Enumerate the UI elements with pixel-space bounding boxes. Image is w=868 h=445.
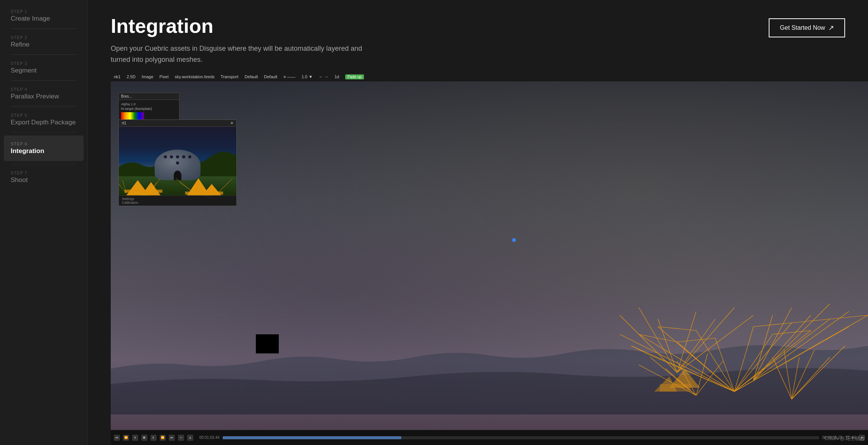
svg-line-32 <box>753 308 792 380</box>
svg-line-10 <box>734 334 773 392</box>
step2-label: STEP 2 <box>11 35 77 40</box>
mark-btn[interactable]: ▲ <box>187 435 193 441</box>
sidebar-item-segment[interactable]: STEP 3 Segment <box>0 55 87 81</box>
step2-title: Refine <box>11 41 77 48</box>
viewport-preview <box>119 127 236 195</box>
main-viewport-panel: rt1 ✕ <box>118 119 237 206</box>
svg-line-62 <box>176 178 195 193</box>
dcc-menubar: nk1 2.5D Image Pixel sky.workstation.fee… <box>111 73 868 81</box>
menu-zoom[interactable]: 1.0 ▼ <box>302 74 313 79</box>
page-description: Open your Cuebric assets in Disguise whe… <box>111 43 378 65</box>
spacer-before-active <box>0 132 87 135</box>
menu-feeds[interactable]: sky.workstation.feeds <box>175 74 214 79</box>
svg-line-20 <box>753 323 792 327</box>
content-text-block: Integration Open your Cuebric assets in … <box>111 15 753 65</box>
menu-pixel[interactable]: Pixel <box>160 74 169 79</box>
step6-label: STEP 6 <box>11 142 77 146</box>
play-end-btn[interactable]: ⏭ <box>169 435 175 441</box>
svg-line-29 <box>677 308 734 372</box>
play-back-btn[interactable]: ⏪ <box>123 435 129 441</box>
viewport-panel-title: rt1 <box>122 121 126 125</box>
play-fwd-btn[interactable]: ⏩ <box>160 435 166 441</box>
sidebar-nav: STEP 1 Create Image STEP 2 Refine STEP 3… <box>0 0 87 193</box>
svg-marker-52 <box>142 182 161 195</box>
svg-rect-50 <box>660 384 690 392</box>
timeline-scrubber[interactable] <box>223 436 819 439</box>
svg-line-22 <box>792 319 830 323</box>
viewport-footer: Settings Calibration <box>119 195 236 206</box>
target-label: ht target (Backplate) <box>121 107 177 111</box>
menu-lines[interactable]: ≡ —— <box>283 74 295 79</box>
dome-hole-5 <box>188 155 191 158</box>
step5-title: Export Depth Package <box>11 119 77 126</box>
dome-hole-1 <box>164 155 167 158</box>
sidebar-item-parallax-preview[interactable]: STEP 4 Parallax Preview <box>0 81 87 106</box>
sidebar: STEP 1 Create Image STEP 2 Refine STEP 3… <box>0 0 88 445</box>
sidebar-item-shoot[interactable]: STEP 7 Shoot <box>0 164 87 190</box>
sidebar-item-export-depth[interactable]: STEP 5 Export Depth Package <box>0 107 87 132</box>
step1-label: STEP 1 <box>11 9 77 14</box>
svg-line-26 <box>658 319 677 372</box>
svg-line-21 <box>773 331 811 334</box>
sidebar-item-create-image[interactable]: STEP 1 Create Image <box>0 3 87 29</box>
loop-btn[interactable]: ↩ <box>178 435 184 441</box>
viewport-panel-close[interactable]: ✕ <box>230 121 233 125</box>
dcc-timeline: ⏮ ⏪ ⏴ ⏹ ⏵ ⏩ ⏭ ↩ ▲ 00:01:03.44 00:09:25.2… <box>111 430 868 445</box>
menu-nav[interactable]: ← → <box>319 74 328 79</box>
viewport-cursor <box>512 238 516 242</box>
dcc-screenshot-area: nk1 2.5D Image Pixel sky.workstation.fee… <box>111 73 868 445</box>
dome-hole-6 <box>176 161 179 164</box>
alpha-label: Alpha 1.0 <box>121 102 177 106</box>
svg-line-17 <box>677 338 715 342</box>
content-header: Integration Open your Cuebric assets in … <box>88 0 868 73</box>
sidebar-item-integration[interactable]: STEP 6 Integration <box>4 135 84 161</box>
screenshot-container: nk1 2.5D Image Pixel sky.workstation.fee… <box>111 73 868 445</box>
svg-line-46 <box>792 357 830 399</box>
play-back-step[interactable]: ⏴ <box>132 435 138 441</box>
color-panel-header: Bres... <box>119 93 179 100</box>
step5-label: STEP 5 <box>11 113 77 118</box>
play-fwd-step[interactable]: ⏵ <box>150 435 157 441</box>
menu-1d[interactable]: 1d <box>335 74 339 79</box>
step4-label: STEP 4 <box>11 87 77 92</box>
viewport-panel-header: rt1 ✕ <box>119 120 236 127</box>
dome-hole-4 <box>182 155 185 158</box>
spacer-after-active <box>0 161 87 164</box>
step7-label: STEP 7 <box>11 171 77 175</box>
page-title: Integration <box>111 15 753 37</box>
menu-default2[interactable]: Default <box>264 74 277 79</box>
step3-title: Segment <box>11 67 77 74</box>
dcc-ui: nk1 2.5D Image Pixel sky.workstation.fee… <box>111 73 868 445</box>
svg-rect-0 <box>111 315 340 392</box>
svg-line-47 <box>792 346 845 399</box>
viewport-settings: Settings <box>122 197 233 201</box>
menu-nk1[interactable]: nk1 <box>114 74 121 79</box>
menu-2sd[interactable]: 2.5D <box>127 74 136 79</box>
svg-line-57 <box>119 184 126 193</box>
svg-line-30 <box>677 315 753 372</box>
construction-svg <box>119 173 236 195</box>
get-started-button[interactable]: Get Started Now ↗ <box>769 18 845 37</box>
menu-transport[interactable]: Transport <box>221 74 239 79</box>
dcc-viewport: Bres... Alpha 1.0 ht target (Backplate) … <box>111 81 868 430</box>
svg-line-27 <box>677 311 696 372</box>
svg-line-43 <box>784 350 792 399</box>
dome-hole-2 <box>170 155 173 158</box>
play-begin-btn[interactable]: ⏮ <box>114 435 120 441</box>
step6-title: Integration <box>11 147 77 155</box>
grid-floor-svg <box>111 315 340 392</box>
dome-hole-3 <box>176 155 179 158</box>
fade-up-btn[interactable]: Fade up <box>345 74 364 79</box>
menu-default1[interactable]: Default <box>244 74 258 79</box>
svg-rect-56 <box>185 192 223 195</box>
step7-title: Shoot <box>11 176 77 184</box>
step1-title: Create Image <box>11 15 77 23</box>
svg-line-19 <box>631 346 647 353</box>
svg-line-42 <box>773 357 792 399</box>
svg-line-64 <box>217 178 233 193</box>
svg-line-13 <box>734 319 830 392</box>
sidebar-item-refine[interactable]: STEP 2 Refine <box>0 29 87 55</box>
menu-image[interactable]: Image <box>142 74 154 79</box>
viewport-calibration: Calibration <box>122 201 233 205</box>
stop-btn[interactable]: ⏹ <box>141 435 147 441</box>
